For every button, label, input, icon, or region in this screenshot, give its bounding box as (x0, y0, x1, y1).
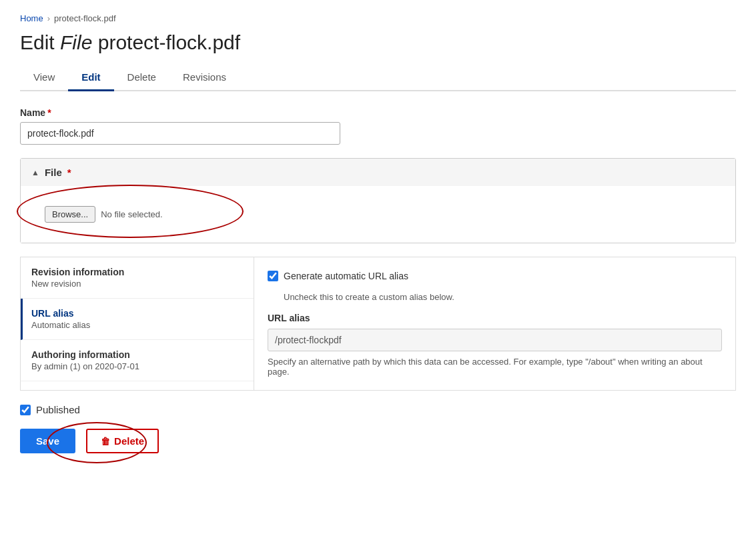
sidebar-revision-subtitle: New revision (31, 279, 243, 289)
sidebar-authoring-title: Authoring information (31, 349, 243, 360)
lower-section: Revision information New revision URL al… (20, 257, 736, 391)
breadcrumb-current: protect-flock.pdf (54, 13, 116, 23)
main-panel: Generate automatic URL alias Uncheck thi… (254, 257, 736, 391)
file-section-header[interactable]: ▲ File * (21, 159, 735, 186)
auto-alias-row: Generate automatic URL alias (268, 271, 722, 281)
trash-icon: 🗑 (101, 436, 110, 447)
tab-revisions[interactable]: Revisions (169, 65, 240, 91)
save-button[interactable]: Save (20, 429, 75, 453)
sidebar-url-alias-title: URL alias (31, 308, 243, 319)
sidebar-authoring-subtitle: By admin (1) on 2020-07-01 (31, 361, 243, 371)
delete-label: Delete (114, 435, 144, 447)
tab-view[interactable]: View (20, 65, 68, 91)
published-label: Published (36, 404, 80, 415)
name-label: Name * (20, 107, 736, 118)
auto-alias-checkbox[interactable] (268, 271, 278, 281)
name-input[interactable] (20, 122, 340, 145)
action-buttons: Save 🗑 Delete (20, 429, 736, 453)
published-row: Published (20, 404, 736, 415)
delete-button[interactable]: 🗑 Delete (86, 429, 159, 453)
breadcrumb-separator: › (47, 13, 50, 23)
file-section: ▲ File * Browse... No file selected. (20, 158, 736, 243)
sidebar-item-authoring-information[interactable]: Authoring information By admin (1) on 20… (21, 340, 254, 381)
breadcrumb-home[interactable]: Home (20, 13, 43, 23)
sidebar-panel: Revision information New revision URL al… (20, 257, 254, 391)
collapse-icon: ▲ (31, 168, 39, 177)
sidebar-item-url-alias[interactable]: URL alias Automatic alias (21, 299, 254, 340)
sidebar-revision-title: Revision information (31, 267, 243, 277)
url-alias-input[interactable] (268, 329, 722, 351)
file-input-area: Browse... No file selected. (45, 206, 163, 223)
breadcrumb: Home › protect-flock.pdf (20, 13, 736, 23)
file-required-star: * (67, 167, 71, 178)
tabs: View Edit Delete Revisions (20, 65, 736, 91)
url-alias-field-hint: Specify an alternative path by which thi… (268, 357, 722, 377)
file-section-body: Browse... No file selected. (21, 186, 735, 243)
url-alias-field-label: URL alias (268, 313, 722, 323)
auto-alias-label: Generate automatic URL alias (284, 271, 408, 281)
no-file-text: No file selected. (101, 209, 163, 219)
name-field-section: Name * (20, 107, 736, 145)
sidebar-url-alias-subtitle: Automatic alias (31, 320, 243, 330)
tab-delete[interactable]: Delete (114, 65, 169, 91)
required-star: * (47, 107, 51, 118)
page-title: Edit File protect-flock.pdf (20, 31, 736, 54)
auto-alias-hint: Uncheck this to create a custom alias be… (284, 292, 722, 302)
sidebar-item-revision-information[interactable]: Revision information New revision (21, 257, 254, 299)
published-checkbox[interactable] (20, 405, 31, 415)
browse-button[interactable]: Browse... (45, 206, 95, 223)
tab-edit[interactable]: Edit (68, 65, 113, 91)
